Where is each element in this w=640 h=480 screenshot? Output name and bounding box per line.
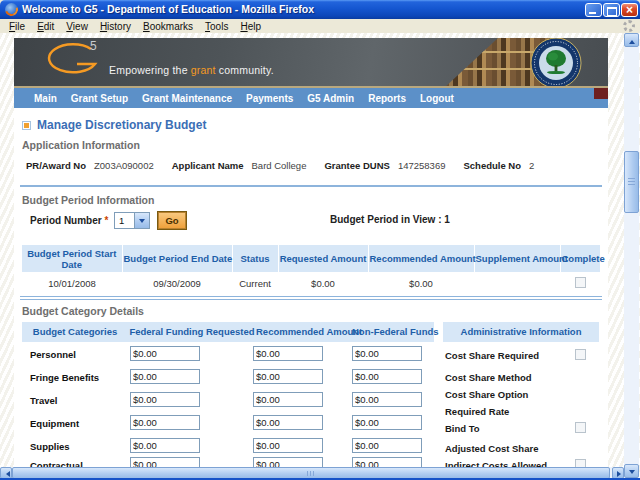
fringe-nonfederal-input[interactable]: [352, 369, 422, 384]
fringe-recommended-input[interactable]: [253, 369, 323, 384]
pr-award-value: Z003A090002: [94, 160, 154, 171]
col-requested-amount: Requested Amount: [278, 245, 368, 272]
menu-tools[interactable]: Tools: [199, 21, 234, 32]
col-end-date: Budget Period End Date: [122, 245, 232, 272]
budget-category-heading: Budget Category Details: [22, 305, 144, 317]
minimize-button[interactable]: [585, 3, 602, 17]
period-number-label: Period Number *: [30, 215, 108, 226]
equipment-nonfederal-input[interactable]: [352, 415, 422, 430]
period-number-select[interactable]: 1: [114, 212, 150, 229]
tagline-highlight: grant: [191, 64, 216, 76]
recommended-amount-cell: $0.00: [368, 272, 474, 295]
close-button[interactable]: [621, 3, 638, 17]
nav-g5-admin[interactable]: G5 Admin: [307, 93, 354, 104]
g5-logo-number: 5: [90, 39, 97, 53]
menu-help[interactable]: Help: [234, 21, 267, 32]
budget-period-in-view: Budget Period in View : 1: [330, 214, 450, 225]
maximize-button[interactable]: [603, 3, 620, 17]
adjusted-cost-share-label: Adjusted Cost Share: [445, 443, 538, 454]
menu-file[interactable]: File: [3, 21, 31, 32]
personnel-federal-input[interactable]: [130, 346, 200, 361]
banner-photo-fragment: [594, 88, 608, 99]
category-label: Travel: [30, 395, 57, 406]
required-marker: *: [104, 215, 108, 226]
menu-view[interactable]: View: [60, 21, 94, 32]
budget-category-header-row: Budget Categories Federal Funding Reques…: [22, 322, 434, 342]
travel-nonfederal-input[interactable]: [352, 392, 422, 407]
col-complete: Complete: [560, 245, 600, 272]
category-label: Fringe Benefits: [30, 372, 99, 383]
col-budget-categories: Budget Categories: [22, 322, 128, 342]
travel-recommended-input[interactable]: [253, 392, 323, 407]
scroll-down-button[interactable]: [624, 464, 639, 478]
pr-award-label: PR/Award No: [26, 160, 86, 171]
category-row-supplies: Supplies: [22, 438, 434, 456]
cost-share-required-label: Cost Share Required: [445, 350, 539, 361]
nav-reports[interactable]: Reports: [368, 93, 406, 104]
requested-amount-cell: $0.00: [278, 272, 368, 295]
personnel-recommended-input[interactable]: [253, 346, 323, 361]
menu-bar: File Edit View History Bookmarks Tools H…: [0, 19, 640, 33]
status-cell: Current: [232, 272, 278, 295]
page-background: 5 Empowering the grant community. Main G…: [0, 33, 640, 480]
category-row-travel: Travel: [22, 392, 434, 410]
col-supplement-amount: Supplement Amount: [474, 245, 560, 272]
cost-share-method-label: Cost Share Method: [445, 372, 532, 383]
fringe-federal-input[interactable]: [130, 369, 200, 384]
banner-tagline: Empowering the grant community.: [109, 64, 274, 76]
scroll-up-button[interactable]: [624, 33, 639, 47]
administrative-information-heading: Administrative Information: [443, 322, 599, 342]
menu-bookmarks[interactable]: Bookmarks: [137, 21, 199, 32]
nav-grant-setup[interactable]: Grant Setup: [71, 93, 128, 104]
cost-share-required-checkbox[interactable]: [575, 349, 586, 360]
window-titlebar[interactable]: Welcome to G5 - Department of Education …: [0, 0, 640, 19]
category-row-equipment: Equipment: [22, 415, 434, 433]
col-start-date: Budget Period Start Date: [22, 245, 122, 272]
start-date-cell: 10/01/2008: [22, 272, 122, 295]
applicant-name-value: Bard College: [252, 160, 307, 171]
application-information-fields: PR/Award No Z003A090002 Applicant Name B…: [26, 160, 552, 171]
select-dropdown-arrow-icon[interactable]: [134, 213, 149, 228]
complete-checkbox[interactable]: [575, 277, 586, 288]
supplies-recommended-input[interactable]: [253, 438, 323, 453]
section-separator: [20, 185, 602, 187]
nav-payments[interactable]: Payments: [246, 93, 293, 104]
required-rate-label: Required Rate: [445, 406, 509, 417]
vertical-scrollbar[interactable]: [624, 33, 639, 478]
menu-history[interactable]: History: [94, 21, 137, 32]
window-title: Welcome to G5 - Department of Education …: [22, 3, 314, 15]
supplies-nonfederal-input[interactable]: [352, 438, 422, 453]
go-button[interactable]: Go: [158, 212, 186, 229]
supplies-federal-input[interactable]: [130, 438, 200, 453]
cost-share-option-label: Cost Share Option: [445, 389, 528, 400]
category-row-fringe-benefits: Fringe Benefits: [22, 369, 434, 387]
category-label: Supplies: [30, 441, 70, 452]
vertical-scrollbar-thumb[interactable]: [624, 151, 639, 213]
travel-federal-input[interactable]: [130, 392, 200, 407]
budget-period-heading: Budget Period Information: [22, 194, 154, 206]
col-status: Status: [232, 245, 278, 272]
personnel-nonfederal-input[interactable]: [352, 346, 422, 361]
supplement-amount-cell: [474, 272, 560, 295]
nav-logout[interactable]: Logout: [420, 93, 454, 104]
content-area: 5 Empowering the grant community. Main G…: [14, 38, 608, 467]
nav-main[interactable]: Main: [34, 93, 57, 104]
budget-period-header-row: Budget Period Start Date Budget Period E…: [22, 245, 600, 272]
nav-grant-maintenance[interactable]: Grant Maintenance: [142, 93, 232, 104]
col-recommended: Recommended Amount: [256, 322, 352, 342]
application-information-heading: Application Information: [22, 139, 140, 151]
category-row-personnel: Personnel: [22, 346, 434, 364]
bind-to-checkbox[interactable]: [575, 422, 586, 433]
applicant-name-label: Applicant Name: [172, 160, 244, 171]
menu-edit[interactable]: Edit: [31, 21, 60, 32]
education-seal-icon: [530, 38, 582, 88]
equipment-federal-input[interactable]: [130, 415, 200, 430]
equipment-recommended-input[interactable]: [253, 415, 323, 430]
category-label: Personnel: [30, 349, 76, 360]
grantee-duns-label: Grantee DUNS: [324, 160, 389, 171]
double-line-bottom: [20, 299, 602, 300]
col-recommended-amount: Recommended Amount: [368, 245, 474, 272]
site-banner: 5 Empowering the grant community.: [14, 38, 608, 88]
page-title: Manage Discretionary Budget: [37, 118, 206, 132]
double-line-top: [20, 296, 602, 297]
